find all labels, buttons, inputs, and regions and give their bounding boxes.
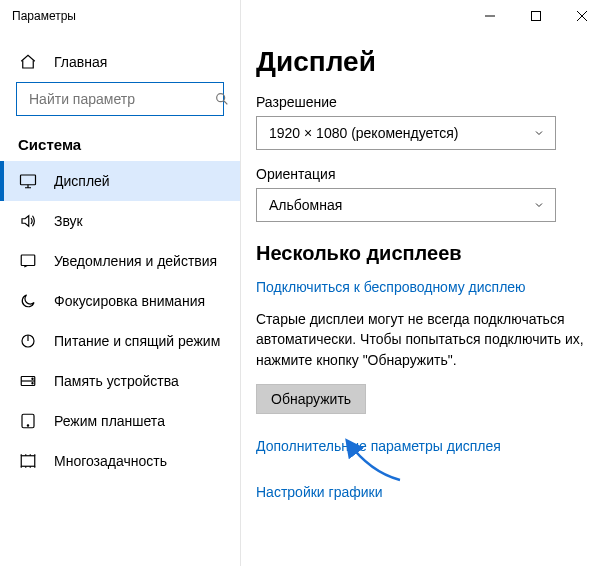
- svg-rect-3: [21, 255, 35, 266]
- search-input[interactable]: [27, 90, 206, 108]
- sidebar-item-label: Звук: [54, 213, 83, 229]
- svg-point-1: [217, 94, 225, 102]
- svg-point-9: [27, 425, 28, 426]
- sound-icon: [18, 211, 38, 231]
- window-controls: [467, 0, 605, 32]
- sidebar-item-storage[interactable]: Память устройства: [0, 361, 240, 401]
- main-content: Дисплей Разрешение 1920 × 1080 (рекоменд…: [240, 32, 605, 566]
- svg-rect-2: [21, 175, 36, 185]
- display-icon: [18, 171, 38, 191]
- svg-rect-0: [532, 12, 541, 21]
- sidebar-item-label: Режим планшета: [54, 413, 165, 429]
- detect-button[interactable]: Обнаружить: [256, 384, 366, 414]
- sidebar-section-heading: Система: [0, 124, 240, 161]
- sidebar-item-notifications[interactable]: Уведомления и действия: [0, 241, 240, 281]
- chevron-down-icon: [533, 199, 545, 211]
- svg-point-6: [32, 378, 33, 379]
- multitask-icon: [18, 451, 38, 471]
- resolution-label: Разрешение: [256, 94, 585, 110]
- sidebar-item-label: Питание и спящий режим: [54, 333, 220, 349]
- sidebar-home[interactable]: Главная: [0, 42, 240, 82]
- home-icon: [18, 52, 38, 72]
- storage-icon: [18, 371, 38, 391]
- orientation-dropdown[interactable]: Альбомная: [256, 188, 556, 222]
- orientation-value: Альбомная: [269, 197, 342, 213]
- chevron-down-icon: [533, 127, 545, 139]
- tablet-icon: [18, 411, 38, 431]
- sidebar-item-label: Фокусировка внимания: [54, 293, 205, 309]
- sidebar-item-multitask[interactable]: Многозадачность: [0, 441, 240, 481]
- focus-icon: [18, 291, 38, 311]
- wireless-display-link[interactable]: Подключиться к беспроводному дисплею: [256, 279, 526, 295]
- sidebar-item-label: Память устройства: [54, 373, 179, 389]
- sidebar-item-sound[interactable]: Звук: [0, 201, 240, 241]
- power-icon: [18, 331, 38, 351]
- vertical-divider: [240, 0, 241, 566]
- multiple-displays-heading: Несколько дисплеев: [256, 242, 585, 265]
- minimize-button[interactable]: [467, 0, 513, 32]
- sidebar-item-display[interactable]: Дисплей: [0, 161, 240, 201]
- notifications-icon: [18, 251, 38, 271]
- resolution-dropdown[interactable]: 1920 × 1080 (рекомендуется): [256, 116, 556, 150]
- search-box[interactable]: [16, 82, 224, 116]
- sidebar-item-tablet[interactable]: Режим планшета: [0, 401, 240, 441]
- window-title: Параметры: [12, 9, 76, 23]
- sidebar-item-label: Дисплей: [54, 173, 110, 189]
- sidebar-home-label: Главная: [54, 54, 107, 70]
- search-icon: [212, 89, 232, 109]
- detect-hint-text: Старые дисплеи могут не всегда подключат…: [256, 309, 585, 370]
- page-title: Дисплей: [256, 46, 585, 78]
- sidebar-item-focus[interactable]: Фокусировка внимания: [0, 281, 240, 321]
- graphics-settings-link[interactable]: Настройки графики: [256, 484, 383, 500]
- sidebar-item-power[interactable]: Питание и спящий режим: [0, 321, 240, 361]
- titlebar: Параметры: [0, 0, 605, 32]
- advanced-display-link[interactable]: Дополнительные параметры дисплея: [256, 438, 501, 454]
- sidebar: Главная Система Дисплей: [0, 32, 240, 566]
- resolution-value: 1920 × 1080 (рекомендуется): [269, 125, 458, 141]
- orientation-label: Ориентация: [256, 166, 585, 182]
- maximize-button[interactable]: [513, 0, 559, 32]
- svg-point-7: [32, 383, 33, 384]
- close-button[interactable]: [559, 0, 605, 32]
- svg-rect-10: [21, 456, 35, 467]
- sidebar-item-label: Уведомления и действия: [54, 253, 217, 269]
- sidebar-item-label: Многозадачность: [54, 453, 167, 469]
